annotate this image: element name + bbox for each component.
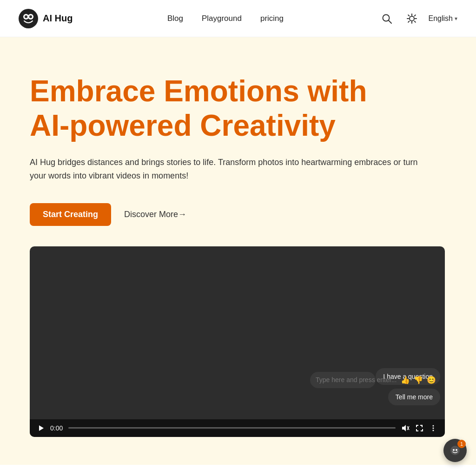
hero-subtitle: AI Hug bridges distances and brings stor… bbox=[30, 156, 434, 183]
hero-buttons: Start Creating Discover More→ bbox=[30, 203, 446, 226]
svg-point-4 bbox=[29, 15, 32, 18]
svg-point-22 bbox=[433, 430, 434, 431]
logo-icon bbox=[19, 9, 38, 28]
more-icon bbox=[429, 424, 437, 432]
svg-marker-17 bbox=[402, 425, 406, 431]
search-icon bbox=[382, 13, 392, 24]
svg-line-6 bbox=[389, 20, 391, 23]
svg-marker-16 bbox=[39, 425, 44, 431]
video-controls: 0:00 bbox=[30, 419, 445, 437]
hero-section: Embrace Emotions with AI-powered Creativ… bbox=[0, 37, 476, 465]
time-display: 0:00 bbox=[50, 424, 63, 432]
thumbs-down-icon[interactable]: 👎 bbox=[414, 376, 423, 384]
svg-line-12 bbox=[408, 15, 409, 16]
nav-right: English ▾ bbox=[378, 10, 457, 27]
chat-input[interactable] bbox=[316, 376, 397, 383]
mute-button[interactable] bbox=[401, 424, 410, 432]
progress-bar[interactable] bbox=[68, 427, 396, 429]
play-icon bbox=[37, 424, 45, 432]
nav-pricing[interactable]: pricing bbox=[260, 14, 284, 23]
hero-title: Embrace Emotions with AI-powered Creativ… bbox=[30, 74, 402, 143]
svg-point-24 bbox=[453, 449, 455, 451]
fullscreen-icon bbox=[415, 424, 423, 432]
nav-blog[interactable]: Blog bbox=[167, 14, 183, 23]
svg-line-13 bbox=[414, 21, 415, 22]
chevron-down-icon: ▾ bbox=[455, 15, 457, 22]
emoji-icon[interactable]: 😊 bbox=[427, 376, 436, 384]
svg-point-0 bbox=[19, 9, 38, 28]
svg-point-20 bbox=[433, 425, 434, 426]
svg-point-25 bbox=[456, 449, 457, 451]
chat-fab-button[interactable]: 1 bbox=[443, 439, 467, 462]
fullscreen-button[interactable] bbox=[415, 424, 423, 432]
header: AI Hug Blog Playground pricing bbox=[0, 0, 476, 37]
more-options-button[interactable] bbox=[429, 424, 437, 432]
theme-toggle-button[interactable] bbox=[403, 10, 420, 27]
video-player: I have a question Tell me more 👍 👎 😊 0:0… bbox=[30, 246, 445, 437]
thumbs-up-icon[interactable]: 👍 bbox=[401, 376, 410, 384]
svg-point-3 bbox=[25, 15, 27, 18]
language-label: English bbox=[429, 14, 453, 23]
main-nav: Blog Playground pricing bbox=[167, 14, 284, 23]
sun-icon bbox=[406, 13, 417, 24]
search-button[interactable] bbox=[378, 10, 395, 27]
chat-bubble-2: Tell me more bbox=[388, 389, 440, 405]
chat-overlay: I have a question Tell me more 👍 👎 😊 bbox=[310, 368, 440, 409]
logo-area[interactable]: AI Hug bbox=[19, 9, 73, 28]
svg-point-7 bbox=[410, 16, 414, 21]
nav-playground[interactable]: Playground bbox=[202, 14, 242, 23]
mute-icon bbox=[401, 424, 410, 432]
svg-line-14 bbox=[408, 21, 409, 22]
chat-input-row: 👍 👎 😊 bbox=[310, 372, 376, 388]
chat-fab-badge: 1 bbox=[457, 440, 466, 448]
svg-line-15 bbox=[414, 15, 415, 16]
discover-more-button[interactable]: Discover More→ bbox=[124, 210, 186, 219]
play-button[interactable] bbox=[37, 424, 45, 432]
logo-text: AI Hug bbox=[43, 13, 73, 24]
language-selector[interactable]: English ▾ bbox=[429, 14, 457, 23]
svg-point-21 bbox=[433, 427, 434, 429]
start-creating-button[interactable]: Start Creating bbox=[30, 203, 111, 226]
svg-point-23 bbox=[450, 446, 460, 455]
